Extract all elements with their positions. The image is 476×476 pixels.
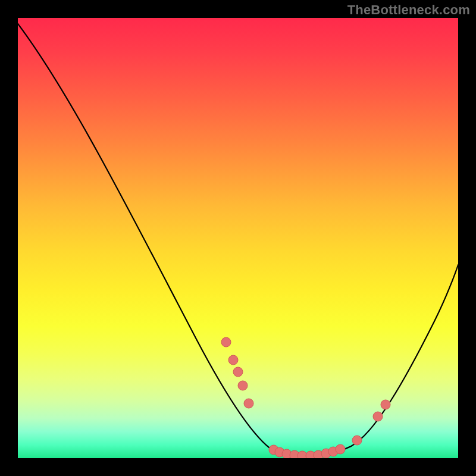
data-point <box>352 436 362 445</box>
data-point <box>244 399 253 408</box>
data-point <box>381 400 390 409</box>
data-point <box>238 381 248 390</box>
data-point <box>233 367 243 377</box>
bottleneck-curve <box>18 24 458 456</box>
plot-svg <box>18 18 458 458</box>
data-points-group <box>221 337 390 458</box>
data-point <box>221 337 231 347</box>
plot-area <box>18 18 458 458</box>
data-point <box>298 451 307 458</box>
data-point <box>336 444 345 454</box>
data-point <box>373 412 383 421</box>
data-point <box>228 355 238 365</box>
chart-stage: TheBottleneck.com <box>0 0 476 476</box>
watermark-text: TheBottleneck.com <box>347 2 470 18</box>
